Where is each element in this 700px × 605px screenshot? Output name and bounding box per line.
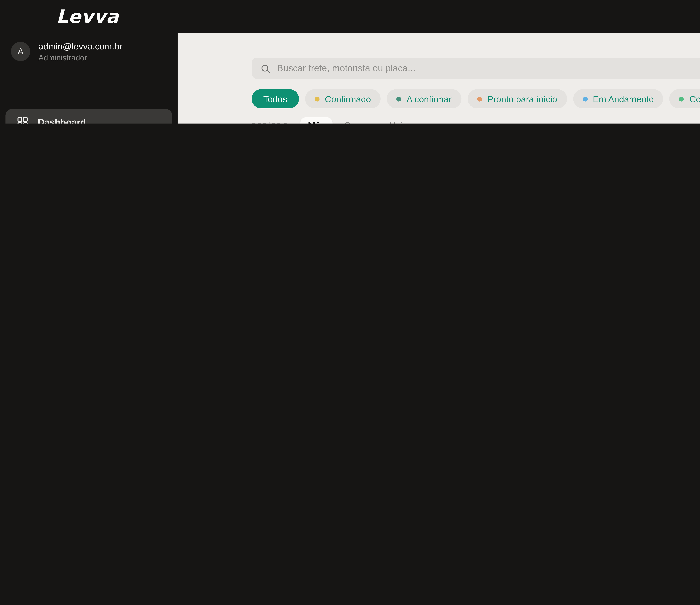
status-dot [315,96,319,101]
search-bar [252,57,700,79]
filter-chip-todos[interactable]: Todos [252,89,299,108]
period-option-hoje[interactable]: Hoje [389,120,408,123]
user-email: admin@levva.com.br [39,41,122,51]
status-dot [477,96,482,101]
filter-chip-pronto-para-inicio[interactable]: Pronto para início [468,89,567,108]
filter-chip-concluido[interactable]: Concluído [670,89,700,108]
user-role: Administrador [39,53,122,62]
search-icon [260,63,271,74]
period-label: PERÍODO [252,121,289,123]
sidebar-item-dashboard[interactable]: Dashboard [5,109,172,123]
period-option-mes[interactable]: Mês [300,117,333,123]
search-input[interactable] [277,63,700,73]
status-dot [679,96,684,101]
main-area: TodosConfirmadoA confirmarPronto para in… [178,33,700,123]
status-dot [582,96,587,101]
status-dot [396,96,401,101]
period-selector: PERÍODO MêsSemanaHoje [252,117,700,123]
sidebar-item-label: Dashboard [38,117,86,123]
user-profile[interactable]: A admin@levva.com.br Administrador [0,33,178,71]
top-bar: Levva [0,0,700,33]
filter-chip-em-andamento[interactable]: Em Andamento [573,89,664,108]
status-filter-chips: TodosConfirmadoA confirmarPronto para in… [252,89,700,108]
filter-chip-confirmado[interactable]: Confirmado [305,89,380,108]
filter-chip-a-confirmar[interactable]: A confirmar [387,89,461,108]
sidebar-nav: Dashboard Fretes Clientes Motoristas Aju… [5,109,172,123]
brand-logo: Levva [56,6,119,27]
period-option-semana[interactable]: Semana [344,120,378,123]
sidebar: A admin@levva.com.br Administrador Dashb… [0,33,178,123]
grid-icon [17,116,29,123]
avatar: A [11,42,30,61]
app-window: Levva A admin@levva.com.br Administrador… [0,0,700,123]
